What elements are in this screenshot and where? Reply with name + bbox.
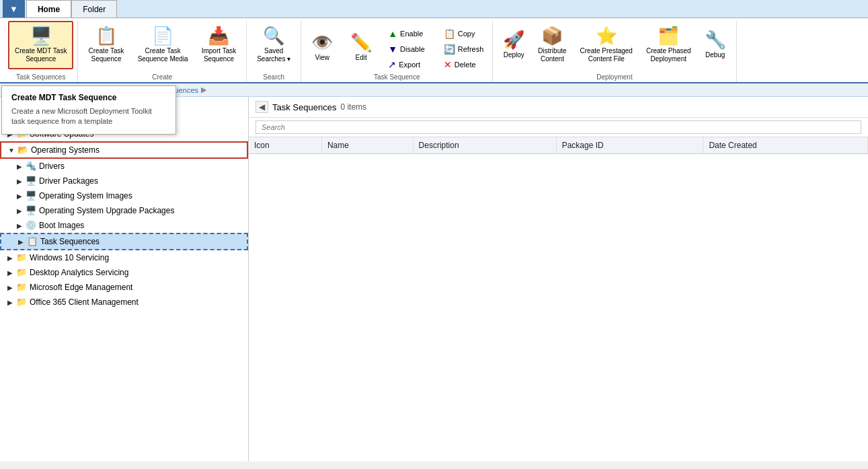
ribbon-group-label-search: Search bbox=[263, 72, 284, 82]
create-phased-button[interactable]: 🗂️ Create PhasedDeployment bbox=[640, 21, 697, 69]
icon-win10: 📁 bbox=[16, 252, 27, 263]
delete-button[interactable]: ✕ Delete bbox=[439, 57, 489, 72]
enable-button[interactable]: ▲ Enable bbox=[383, 26, 430, 41]
saved-searches-button[interactable]: 🔍 SavedSearches ▾ bbox=[251, 21, 297, 69]
content-area: ◀ Task Sequences 0 items Icon Name Descr… bbox=[249, 97, 868, 462]
tooltip-description: Create a new Microsoft Deployment Toolki… bbox=[11, 106, 166, 127]
app-menu-button[interactable]: ▼ bbox=[3, 0, 25, 17]
edit-button[interactable]: ✏️ Edit bbox=[344, 24, 378, 72]
title-bar: ▼ Home Folder bbox=[0, 0, 868, 18]
refresh-icon: 🔄 bbox=[444, 44, 455, 55]
view-icon: 👁️ bbox=[311, 34, 333, 51]
ribbon-group-task-sequences: 🖥️ Create MDT TaskSequence Task Sequence… bbox=[4, 21, 78, 82]
ribbon-group-search: 🔍 SavedSearches ▾ Search bbox=[247, 21, 301, 82]
search-bar bbox=[249, 118, 868, 137]
tree-item-os-images[interactable]: ▶ 🖥️ Operating System Images bbox=[0, 188, 248, 203]
disable-button[interactable]: ▼ Disable bbox=[383, 42, 430, 57]
icon-os: 📂 bbox=[17, 145, 28, 155]
ribbon-group-label-ts: Task Sequences bbox=[16, 72, 65, 82]
distribute-content-button[interactable]: 📦 DistributeContent bbox=[532, 21, 572, 69]
debug-icon: 🔧 bbox=[705, 31, 726, 48]
deploy-button[interactable]: 🚀 Deploy bbox=[497, 21, 530, 69]
data-table: Icon Name Description Package ID Date Cr… bbox=[249, 137, 868, 154]
ribbon-ts-small-actions: ▲ Enable ▼ Disable ↗ Export bbox=[383, 24, 488, 72]
col-name[interactable]: Name bbox=[321, 137, 413, 154]
tab-folder[interactable]: Folder bbox=[71, 0, 117, 17]
ribbon-group-task-seq-actions: 👁️ View ✏️ Edit ▲ Enable ▼ bbox=[301, 21, 493, 82]
tooltip-title: Create MDT Task Sequence bbox=[11, 93, 166, 102]
copy-button[interactable]: 📋 Copy bbox=[439, 26, 489, 41]
ribbon-task-seq-buttons: 🖥️ Create MDT TaskSequence bbox=[8, 21, 73, 72]
enable-icon: ▲ bbox=[388, 28, 397, 39]
expander-da: ▶ bbox=[5, 268, 15, 277]
expander-drivers: ▶ bbox=[15, 161, 24, 171]
main-layout: 📋 Overview ▶ 📁 Application Management ▶ … bbox=[0, 97, 868, 462]
ribbon-left-small: ▲ Enable ▼ Disable ↗ Export bbox=[383, 26, 430, 72]
export-button[interactable]: ↗ Export bbox=[383, 57, 430, 72]
icon-drivers: 🔩 bbox=[26, 161, 36, 172]
icon-os-images: 🖥️ bbox=[26, 190, 36, 201]
ribbon-ts-view-edit: 👁️ View ✏️ Edit bbox=[305, 24, 378, 72]
tab-home[interactable]: Home bbox=[26, 0, 71, 17]
content-title: Task Sequences bbox=[272, 102, 336, 112]
create-mdt-button[interactable]: 🖥️ Create MDT TaskSequence bbox=[8, 21, 73, 69]
expander-os-images: ▶ bbox=[15, 191, 24, 201]
create-prestaged-button[interactable]: ⭐ Create PrestagedContent File bbox=[574, 21, 639, 69]
disable-icon: ▼ bbox=[388, 44, 397, 55]
view-button[interactable]: 👁️ View bbox=[305, 24, 339, 72]
col-description[interactable]: Description bbox=[413, 137, 556, 154]
ribbon-group-label-create: Create bbox=[152, 72, 172, 82]
create-ts-icon: 📋 bbox=[95, 27, 117, 44]
ribbon-create-buttons: 📋 Create TaskSequence 📄 Create TaskSeque… bbox=[82, 21, 242, 72]
debug-button[interactable]: 🔧 Debug bbox=[699, 21, 732, 69]
item-count: 0 items bbox=[340, 102, 366, 112]
ribbon-deployment-buttons: 🚀 Deploy 📦 DistributeContent ⭐ Create Pr… bbox=[497, 21, 732, 72]
tree-item-o365[interactable]: ▶ 📁 Office 365 Client Management bbox=[0, 295, 248, 310]
icon-o365: 📁 bbox=[16, 297, 27, 308]
expander-task-seq: ▶ bbox=[16, 237, 26, 246]
tree-item-desktop-analytics[interactable]: ▶ 📁 Desktop Analytics Servicing bbox=[0, 265, 248, 280]
tooltip-popup: Create MDT Task Sequence Create a new Mi… bbox=[1, 85, 176, 135]
delete-icon: ✕ bbox=[444, 59, 452, 70]
tree-item-edge-mgmt[interactable]: ▶ 📁 Microsoft Edge Management bbox=[0, 280, 248, 295]
search-input[interactable] bbox=[255, 120, 861, 134]
tree-item-driver-packages[interactable]: ▶ 🖥️ Driver Packages bbox=[0, 174, 248, 188]
prestaged-icon: ⭐ bbox=[596, 27, 617, 44]
export-icon: ↗ bbox=[388, 59, 396, 70]
refresh-button[interactable]: 🔄 Refresh bbox=[439, 42, 489, 57]
expander-os: ▼ bbox=[7, 145, 16, 155]
expander-o365: ▶ bbox=[5, 297, 15, 307]
ribbon-group-label-task-seq: Task Sequence bbox=[374, 72, 420, 82]
create-task-sequence-media-button[interactable]: 📄 Create TaskSequence Media bbox=[132, 21, 194, 69]
tree-item-win10-servicing[interactable]: ▶ 📁 Windows 10 Servicing bbox=[0, 250, 248, 265]
icon-task-sequences: 📋 bbox=[27, 236, 38, 247]
col-date-created[interactable]: Date Created bbox=[703, 137, 868, 154]
expander-boot-images: ▶ bbox=[15, 221, 24, 230]
ribbon-group-create: 📋 Create TaskSequence 📄 Create TaskSeque… bbox=[78, 21, 247, 82]
ribbon-right-small: 📋 Copy 🔄 Refresh ✕ Delete bbox=[439, 26, 489, 72]
tree-item-operating-systems[interactable]: ▼ 📂 Operating Systems bbox=[0, 141, 248, 159]
expander-driver-pkgs: ▶ bbox=[15, 176, 24, 186]
create-mdt-icon: 🖥️ bbox=[30, 27, 52, 44]
tree-item-os-upgrade[interactable]: ▶ 🖥️ Operating System Upgrade Packages bbox=[0, 203, 248, 218]
content-header: ◀ Task Sequences 0 items bbox=[249, 97, 868, 118]
import-ts-icon: 📥 bbox=[208, 27, 229, 44]
expander-edge: ▶ bbox=[5, 283, 15, 292]
ribbon-group-deployment: 🚀 Deploy 📦 DistributeContent ⭐ Create Pr… bbox=[493, 21, 736, 82]
collapse-sidebar-button[interactable]: ◀ bbox=[255, 101, 268, 113]
create-ts-media-icon: 📄 bbox=[152, 27, 173, 44]
tree-item-boot-images[interactable]: ▶ 💿 Boot Images bbox=[0, 218, 248, 233]
deploy-icon: 🚀 bbox=[503, 31, 524, 48]
copy-icon: 📋 bbox=[444, 28, 455, 39]
icon-driver-pkgs: 🖥️ bbox=[26, 176, 36, 186]
col-package-id[interactable]: Package ID bbox=[556, 137, 703, 154]
phased-icon: 🗂️ bbox=[658, 27, 679, 44]
tree-item-drivers[interactable]: ▶ 🔩 Drivers bbox=[0, 159, 248, 174]
col-icon[interactable]: Icon bbox=[249, 137, 321, 154]
import-task-sequence-button[interactable]: 📥 Import TaskSequence bbox=[196, 21, 243, 69]
tree-item-task-sequences[interactable]: ▶ 📋 Task Sequences bbox=[0, 233, 248, 250]
create-task-sequence-button[interactable]: 📋 Create TaskSequence bbox=[82, 21, 130, 69]
icon-os-upgrade: 🖥️ bbox=[26, 205, 36, 216]
expander-os-upgrade: ▶ bbox=[15, 206, 24, 215]
ribbon-group-label-deployment: Deployment bbox=[596, 72, 632, 82]
